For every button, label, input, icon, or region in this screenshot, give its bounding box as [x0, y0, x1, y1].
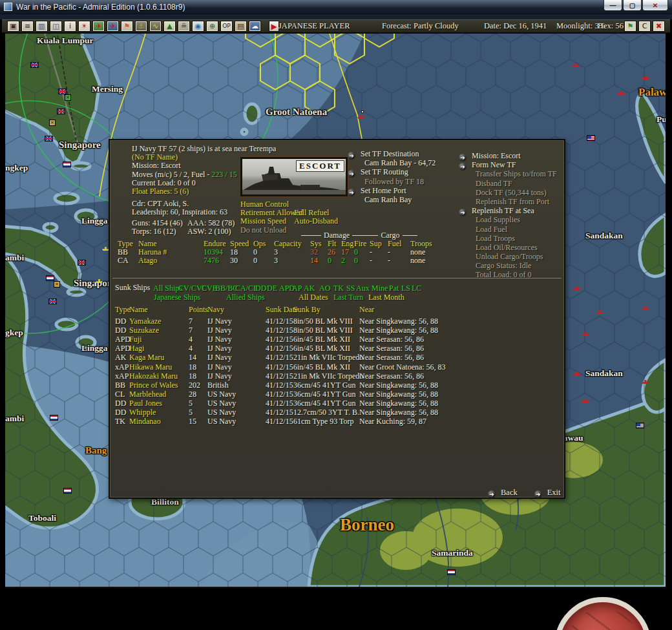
naval-tf-icon[interactable]: ⚓	[135, 21, 147, 32]
back-button[interactable]: ➜Back	[488, 488, 518, 497]
col-points: Points	[189, 305, 207, 314]
filter-last-month[interactable]: Last Month	[368, 293, 404, 302]
action-replenish-tf-at-sea[interactable]: ➜Replenish TF at Sea	[459, 206, 557, 215]
filter-de[interactable]: DE	[267, 284, 277, 293]
close-button[interactable]: ✕	[642, 0, 668, 11]
action-load-fuel[interactable]: Load Fuel	[459, 225, 557, 234]
info-icon[interactable]: i	[64, 21, 76, 32]
flag-uk-marker[interactable]	[78, 260, 86, 266]
air-ops-sea-icon[interactable]: ✈	[107, 21, 119, 32]
maximize-button[interactable]: ▢	[623, 0, 642, 11]
toolbar: ▣≡▥◫i☀✈✈⚑⚓∿▲≞◉⊕OP▤☁ ▶ JAPANESE PLAYER Fo…	[2, 19, 670, 34]
action-transfer-ships-to-from-tf[interactable]: Transfer Ships to/from TF	[459, 169, 557, 178]
transport-icon[interactable]: ≞	[178, 21, 190, 32]
next-turn-button[interactable]: ▶	[269, 21, 279, 32]
base-green-marker[interactable]: ✕	[65, 94, 71, 101]
exit-button[interactable]: ➜Exit	[534, 488, 561, 497]
japan-sun-icon[interactable]: ☀	[78, 21, 90, 32]
sunk-cell: 41/12/15	[266, 399, 293, 408]
air-ops-land-icon[interactable]: ✈	[92, 21, 105, 32]
tf-commander-block: Cdr: CPT Aoki, S. Leadership: 60, Inspir…	[132, 200, 227, 216]
sigint-screen-icon[interactable]: ◫	[50, 21, 62, 32]
flag-nl-marker[interactable]	[46, 275, 54, 281]
filter-ak[interactable]: AK	[304, 284, 315, 293]
filter-tk[interactable]: TK	[333, 284, 344, 293]
flag-bases-icon[interactable]: ⚑	[121, 21, 133, 32]
filter-lc[interactable]: LC	[412, 284, 421, 293]
ship-cell: 0	[253, 257, 274, 265]
action-cam-ranh-bay[interactable]: Cam Ranh Bay	[348, 195, 436, 204]
world-map-icon[interactable]: ◉	[192, 21, 204, 32]
sunk-cell: 41/12/15	[266, 317, 293, 326]
flag-uk-marker[interactable]	[57, 109, 65, 114]
filter-ap[interactable]: AP	[292, 284, 302, 293]
sunk-cell: TK	[115, 417, 129, 426]
flag-uk-marker[interactable]	[58, 89, 67, 94]
action-disband-tf[interactable]: Disband TF	[459, 179, 557, 188]
map-label-mersing: Mersing	[92, 84, 123, 94]
filter-ao[interactable]: AO	[319, 284, 330, 293]
submarine-icon[interactable]: ∿	[149, 21, 162, 32]
tf-toggle-auto-disband[interactable]: Auto-Disband	[294, 217, 338, 226]
intel-screen-icon[interactable]: ▥	[36, 21, 48, 32]
sunk-cell: 41/12/15	[266, 353, 293, 362]
flag-nl-marker[interactable]	[447, 569, 456, 575]
sunk-cell: 36cm/45 41YT Gun	[293, 381, 359, 390]
filter-japanese-ships[interactable]: Japanese Ships	[154, 293, 200, 302]
combat-reports-icon[interactable]: C	[638, 21, 651, 32]
filter-ls[interactable]: LS	[401, 284, 410, 293]
flag-uk-marker[interactable]	[30, 62, 39, 68]
filter-allied-ships[interactable]: Allied Ships	[226, 293, 265, 302]
action-followed-by-tf-18[interactable]: Followed by TF 18	[348, 177, 436, 186]
filter-mine[interactable]: Mine	[372, 284, 388, 293]
ship-name[interactable]: Atago	[138, 257, 204, 265]
filter-last-turn[interactable]: Last Turn	[333, 293, 363, 302]
action-replenish-tf-from-port[interactable]: Replenish TF from Port	[459, 197, 557, 206]
flag-uk-marker[interactable]	[48, 299, 57, 304]
sunk-cell: IJ Navy	[207, 317, 266, 326]
forecast-text: Forecast: Partly Cloudy	[382, 21, 459, 31]
flag-uk-marker[interactable]	[45, 136, 53, 142]
sunk-cell: British	[207, 381, 266, 390]
action-dock-tf-50-344-tons-[interactable]: Dock TF (50,344 tons)	[459, 188, 557, 197]
filter-dd[interactable]: DD	[255, 284, 266, 293]
filter-ss[interactable]: SS	[346, 284, 355, 293]
dot-white-marker[interactable]	[361, 110, 364, 113]
supply-icon[interactable]: ▤	[235, 21, 247, 32]
flag-us-marker[interactable]	[587, 135, 595, 141]
base-tan-marker[interactable]: ✕	[54, 281, 60, 288]
window-titlebar[interactable]: War in the Pacific - Admiral Edition (1.…	[0, 0, 672, 14]
action-mission-escort[interactable]: ➜Mission: Escort	[459, 151, 557, 160]
menu-strip	[0, 14, 672, 19]
sunk-ship-name: Fuji	[129, 335, 189, 344]
flag-nl-marker[interactable]	[63, 162, 71, 167]
locate-hex-icon[interactable]: ⊕	[206, 21, 218, 32]
close-screen-icon[interactable]: ✖	[653, 21, 665, 32]
filter-all-dates[interactable]: All Dates	[299, 293, 328, 302]
flag-nl-marker[interactable]	[63, 488, 72, 494]
ground-forces-icon[interactable]: ▲	[163, 21, 176, 32]
filter-aux[interactable]: Aux	[356, 284, 370, 293]
flag-us-marker[interactable]	[636, 423, 644, 428]
operations-icon[interactable]: OP	[220, 21, 233, 32]
map-label-samarinda: Samarinda	[432, 548, 473, 558]
sunk-cell: DD	[115, 326, 129, 335]
save-icon[interactable]: ▣	[7, 21, 19, 32]
action-cam-ranh-bay-64-72[interactable]: Cam Ranh Bay - 64,72	[348, 158, 436, 167]
signal-flag-icon[interactable]: ⚑	[624, 21, 636, 32]
report-icon[interactable]: ≡	[21, 21, 34, 32]
weather-icon[interactable]: ☁	[249, 21, 261, 32]
action-load-supplies[interactable]: Load Supplies	[459, 215, 557, 224]
base-tan-marker[interactable]: ✕	[49, 120, 56, 126]
japan-roundel-button[interactable]	[554, 597, 651, 630]
action-form-new-tf[interactable]: ➜Form New TF	[459, 160, 557, 169]
tf-toggle-do-not-unload[interactable]: Do not Unload	[240, 226, 303, 235]
action-set-tf-routing[interactable]: ➜Set TF Routing	[348, 167, 436, 176]
action-set-home-port[interactable]: ➜Set Home Port	[348, 186, 436, 195]
flag-nl-marker[interactable]	[50, 415, 58, 421]
minimize-button[interactable]: —	[604, 0, 622, 11]
action-set-tf-destination[interactable]: ➜Set TF Destination	[348, 149, 436, 158]
filter-pat[interactable]: Pat	[389, 284, 399, 293]
sunk-cell: Near Singkawang: 56, 88	[359, 408, 565, 417]
sunk-cell: BB	[115, 381, 129, 390]
